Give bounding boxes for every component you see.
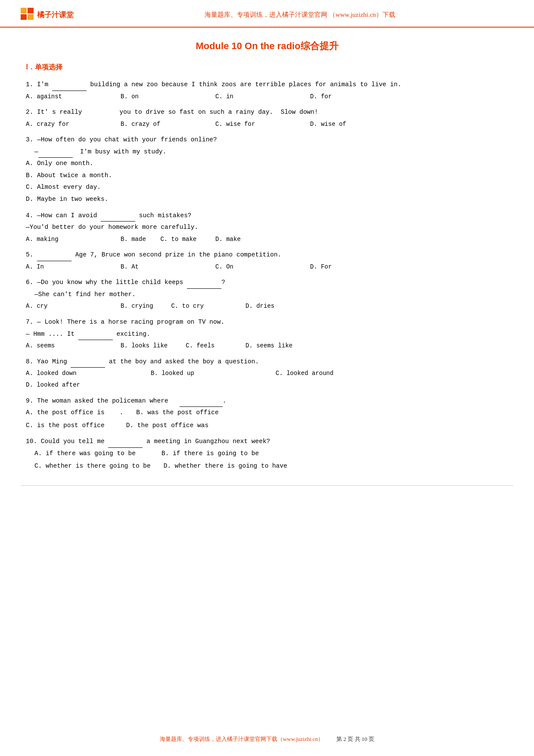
q4-sub: —You'd better do your homework more care… bbox=[26, 222, 508, 234]
q3-text: 3. —How often do you chat with your frie… bbox=[26, 134, 508, 146]
question-2: 2. It' s really you to drive so fast on … bbox=[26, 106, 508, 130]
logo-icon bbox=[21, 8, 34, 22]
header-middle-text: 海量题库、专项训练，进入橘子汁课堂官网 （www.juzizhi.cn）下载 bbox=[87, 11, 513, 19]
q2-it: It bbox=[37, 109, 44, 116]
q2-text: 2. It' s really you to drive so fast on … bbox=[26, 106, 508, 119]
q7-options: A. seems B. looks like C. feels D. seems… bbox=[26, 340, 508, 352]
q6-sub: —She can't find her mother. bbox=[26, 289, 508, 301]
q9-opt-c: C. is the post office bbox=[26, 420, 105, 432]
q8-opt-a: A. looked down bbox=[26, 368, 151, 379]
header: 橘子汁课堂 海量题库、专项训练，进入橘子汁课堂官网 （www.juzizhi.c… bbox=[0, 0, 534, 28]
q2-rest1: ' s really you to drive so fast on such … bbox=[45, 109, 318, 116]
q2-opt-c: C. wise for bbox=[215, 119, 310, 130]
page: 橘子汁课堂 海量题库、专项训练，进入橘子汁课堂官网 （www.juzizhi.c… bbox=[0, 0, 534, 756]
q10-opts-row2: C. whether is there going to be D. wheth… bbox=[26, 460, 508, 472]
footer: 海量题库、专项训练，进入橘子汁课堂官网下载（www.juzizhi.cn） 第 … bbox=[0, 735, 534, 743]
question-1: 1. I'm building a new zoo because I thin… bbox=[26, 79, 508, 102]
q5-opt-c: C. On bbox=[215, 261, 310, 273]
q2-options: A. crazy for B. crazy of C. wise for D. … bbox=[26, 119, 508, 130]
q9-opt-d: D. the post office was bbox=[118, 420, 208, 432]
q3-opt-c: C. Almost every day. bbox=[26, 181, 508, 194]
q7-opt-d: D. seems like bbox=[245, 340, 340, 352]
footer-inner: 海量题库、专项训练，进入橘子汁课堂官网下载（www.juzizhi.cn） 第 … bbox=[0, 735, 534, 743]
q3-opt-a: A. Only one month. bbox=[26, 158, 508, 170]
question-3: 3. —How often do you chat with your frie… bbox=[26, 134, 508, 205]
q1-opt-c: C. in bbox=[215, 91, 310, 103]
q10-opt-c: C. whether is there going to be bbox=[34, 460, 151, 472]
section-1-header: Ⅰ．单项选择 bbox=[26, 63, 508, 72]
q4-options: A. making B. made C. to make D. make bbox=[26, 234, 508, 245]
q1-opt-d: D. for bbox=[310, 91, 405, 103]
q6-text: 6. —Do you know why the little child kee… bbox=[26, 277, 508, 289]
q4-text: 4. —How can I avoid such mistakes? bbox=[26, 210, 508, 222]
q6-options: A. cry B. crying C. to cry D. dries bbox=[26, 300, 508, 312]
question-6: 6. —Do you know why the little child kee… bbox=[26, 277, 508, 312]
q3-sub: — I'm busy with my study. bbox=[26, 146, 508, 158]
q10-opt-b: B. if there is going to be bbox=[144, 448, 259, 460]
q9-opt-b: B. was the post office bbox=[136, 407, 218, 419]
question-9: 9. The woman asked the policeman where .… bbox=[26, 395, 508, 432]
q9-text: 9. The woman asked the policeman where . bbox=[26, 395, 508, 407]
q6-opt-a: A. cry bbox=[26, 300, 121, 312]
q1-opt-b: B. on bbox=[121, 91, 215, 103]
q6-blank bbox=[187, 288, 221, 289]
q6-opt-b: B. crying C. to cry bbox=[121, 300, 245, 312]
q2-opt-a: A. crazy for bbox=[26, 119, 121, 130]
q5-text: 5. Age 7, Bruce won second prize in the … bbox=[26, 249, 508, 261]
question-7: 7. — Look! There is a horse racing progr… bbox=[26, 316, 508, 352]
q7-sub: — Hmm .... It exciting. bbox=[26, 328, 508, 341]
q6-opt-d: D. dries bbox=[245, 300, 340, 312]
q1-text: 1. I'm building a new zoo because I thin… bbox=[26, 79, 508, 91]
q8-opt-b: B. looked up bbox=[151, 368, 276, 379]
q9-opt-a: A. the post office is . bbox=[26, 407, 123, 419]
q8-opt-d: D. looked after bbox=[26, 379, 151, 391]
logo-cell-3 bbox=[21, 14, 27, 20]
q10-text: 10. Could you tell me a meeting in Guang… bbox=[26, 436, 508, 448]
q5-options: A. In B. At C. On D. For bbox=[26, 261, 508, 273]
q5-opt-d: D. For bbox=[310, 261, 405, 273]
q8-text: 8. Yao Ming at the boy and asked the boy… bbox=[26, 356, 508, 368]
q1-options: A. against B. on C. in D. for bbox=[26, 91, 508, 103]
q4-opt-b: B. made C. to make bbox=[121, 234, 215, 245]
q7-opt-b: B. looks like C. feels bbox=[121, 340, 245, 352]
q7-text: 7. — Look! There is a horse racing progr… bbox=[26, 316, 508, 328]
q8-opt-c: C. looked around bbox=[276, 368, 400, 379]
content-area: Ⅰ．单项选择 1. I'm building a new zoo because… bbox=[0, 63, 534, 485]
q2-opt-d: D. wise of bbox=[310, 119, 405, 130]
q5-opt-b: B. At bbox=[121, 261, 215, 273]
question-8: 8. Yao Ming at the boy and asked the boy… bbox=[26, 356, 508, 391]
q3-opt-b: B. About twice a month. bbox=[26, 170, 508, 182]
q7-opt-a: A. seems bbox=[26, 340, 121, 352]
question-4: 4. —How can I avoid such mistakes? —You'… bbox=[26, 210, 508, 245]
logo-cell-2 bbox=[28, 8, 34, 13]
footer-divider bbox=[21, 485, 513, 486]
q4-opt-d: D. make bbox=[215, 234, 310, 245]
logo-area: 橘子汁课堂 bbox=[21, 8, 74, 22]
footer-left-text: 海量题库、专项训练，进入橘子汁课堂官网下载（www.juzizhi.cn） bbox=[160, 735, 323, 743]
logo-cell-1 bbox=[21, 8, 27, 13]
q1-num: 1. I'm bbox=[26, 81, 52, 88]
question-10: 10. Could you tell me a meeting in Guang… bbox=[26, 436, 508, 472]
footer-page-text: 第 2 页 共 10 页 bbox=[336, 735, 374, 743]
q4-opt-a: A. making bbox=[26, 234, 121, 245]
q1-rest: building a new zoo because I think zoos … bbox=[87, 81, 401, 88]
q10-opt-d: D. whether there is going to have bbox=[159, 460, 287, 472]
q8-options: A. looked down B. looked up C. looked ar… bbox=[26, 368, 508, 390]
question-5: 5. Age 7, Bruce won second prize in the … bbox=[26, 249, 508, 272]
q5-opt-a: A. In bbox=[26, 261, 121, 273]
logo-text: 橘子汁课堂 bbox=[37, 10, 74, 20]
q2-opt-b: B. crazy of bbox=[121, 119, 215, 130]
q2-num: 2. bbox=[26, 109, 37, 116]
q1-opt-a: A. against bbox=[26, 91, 121, 103]
q9-opts-row1: A. the post office is . B. was the post … bbox=[26, 407, 508, 419]
main-title: Module 10 On the radio综合提升 bbox=[21, 40, 513, 53]
q9-opts-row2: C. is the post office D. the post office… bbox=[26, 420, 508, 432]
logo-cell-4 bbox=[28, 14, 34, 20]
q3-opt-d: D. Maybe in two weeks. bbox=[26, 194, 508, 206]
q10-opts-row1: A. if there was going to be B. if there … bbox=[26, 448, 508, 460]
title-area: Module 10 On the radio综合提升 bbox=[0, 28, 534, 59]
q10-opt-a: A. if there was going to be bbox=[34, 448, 136, 460]
